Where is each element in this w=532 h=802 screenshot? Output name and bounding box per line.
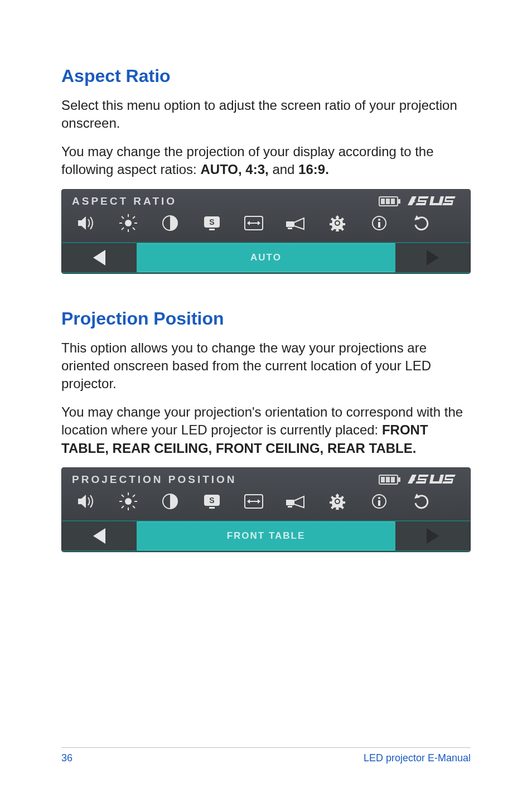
aspect-p2-b: AUTO, 4:3,: [200, 162, 268, 177]
svg-line-12: [122, 228, 124, 230]
section-heading-aspect: Aspect Ratio: [61, 66, 471, 86]
settings-icon[interactable]: [326, 490, 349, 513]
triangle-right-icon: [427, 250, 439, 265]
svg-rect-48: [209, 507, 215, 509]
osd-value-projection: FRONT TABLE: [138, 521, 394, 550]
svg-point-56: [336, 500, 339, 503]
volume-icon[interactable]: [75, 212, 98, 234]
projection-position-icon[interactable]: [284, 212, 307, 234]
splendid-icon[interactable]: S: [201, 212, 223, 234]
triangle-right-icon: [427, 528, 439, 544]
svg-rect-34: [386, 477, 390, 482]
svg-point-5: [125, 220, 132, 226]
projection-position-icon[interactable]: [284, 490, 307, 513]
osd-selector-projection: FRONT TABLE: [62, 520, 470, 552]
reset-icon[interactable]: [410, 490, 432, 513]
osd-icon-row: S: [72, 489, 460, 513]
svg-rect-17: [209, 229, 215, 230]
svg-rect-2: [381, 199, 385, 204]
osd-value-aspect: AUTO: [138, 243, 394, 272]
osd-panel-projection: PROJECTION POSITION: [61, 467, 471, 552]
info-icon[interactable]: [368, 490, 390, 513]
prev-arrow-button[interactable]: [62, 521, 138, 550]
svg-point-26: [336, 221, 339, 225]
asus-logo: [407, 195, 460, 207]
section-heading-projection: Projection Position: [61, 308, 471, 329]
page-number: 36: [61, 752, 72, 764]
svg-rect-29: [378, 222, 380, 228]
svg-marker-21: [258, 221, 260, 225]
triangle-left-icon: [93, 528, 105, 544]
svg-line-10: [122, 216, 124, 219]
page-footer: 36 LED projector E-Manual: [61, 747, 471, 764]
settings-icon[interactable]: [326, 212, 349, 234]
svg-rect-54: [288, 506, 292, 508]
osd-title-aspect: ASPECT RATIO: [72, 195, 177, 207]
osd-selector-aspect: AUTO: [62, 242, 470, 273]
aspect-ratio-icon[interactable]: [243, 212, 265, 234]
aspect-p2: You may change the projection of your di…: [61, 143, 471, 179]
svg-text:S: S: [209, 218, 214, 226]
svg-rect-35: [391, 477, 395, 482]
brightness-icon[interactable]: [117, 490, 139, 513]
svg-rect-53: [286, 500, 294, 505]
svg-rect-4: [391, 199, 395, 204]
svg-line-43: [122, 506, 124, 508]
aspect-ratio-icon[interactable]: [243, 490, 265, 513]
svg-rect-59: [378, 500, 380, 506]
triangle-left-icon: [93, 250, 105, 265]
svg-rect-22: [286, 221, 294, 227]
contrast-icon[interactable]: [159, 212, 181, 234]
svg-point-36: [125, 498, 132, 505]
svg-marker-52: [258, 499, 260, 504]
svg-marker-20: [247, 221, 250, 225]
brightness-icon[interactable]: [117, 212, 139, 234]
svg-line-44: [133, 495, 135, 497]
osd-icon-row: S: [72, 211, 460, 234]
svg-rect-3: [386, 199, 390, 204]
svg-line-11: [133, 228, 135, 230]
battery-icon: [379, 196, 401, 206]
svg-line-13: [133, 216, 135, 219]
projection-p1: This option allows you to change the way…: [61, 339, 471, 393]
svg-rect-33: [381, 477, 385, 482]
svg-line-41: [122, 495, 124, 497]
doc-title: LED projector E-Manual: [364, 752, 471, 764]
next-arrow-button[interactable]: [394, 521, 470, 550]
svg-text:S: S: [209, 496, 214, 505]
svg-rect-23: [288, 228, 292, 229]
osd-title-projection: PROJECTION POSITION: [72, 474, 237, 486]
projection-p2: You may change your projection's orienta…: [61, 403, 471, 457]
prev-arrow-button[interactable]: [62, 243, 138, 272]
asus-logo: [407, 474, 460, 486]
splendid-icon[interactable]: S: [201, 490, 223, 513]
next-arrow-button[interactable]: [394, 243, 470, 272]
svg-rect-32: [398, 477, 400, 482]
volume-icon[interactable]: [75, 490, 98, 513]
svg-marker-51: [247, 499, 250, 504]
svg-rect-1: [398, 199, 400, 204]
reset-icon[interactable]: [410, 212, 432, 234]
contrast-icon[interactable]: [159, 490, 181, 513]
info-icon[interactable]: [368, 212, 390, 234]
aspect-p1: Select this menu option to adjust the sc…: [61, 96, 471, 133]
svg-point-28: [378, 219, 380, 221]
svg-line-42: [133, 506, 135, 508]
aspect-p2-c: and: [269, 162, 298, 177]
aspect-p2-d: 16:9.: [298, 162, 329, 177]
osd-panel-aspect: ASPECT RATIO: [61, 189, 471, 274]
battery-icon: [379, 475, 401, 485]
svg-point-58: [378, 497, 380, 499]
